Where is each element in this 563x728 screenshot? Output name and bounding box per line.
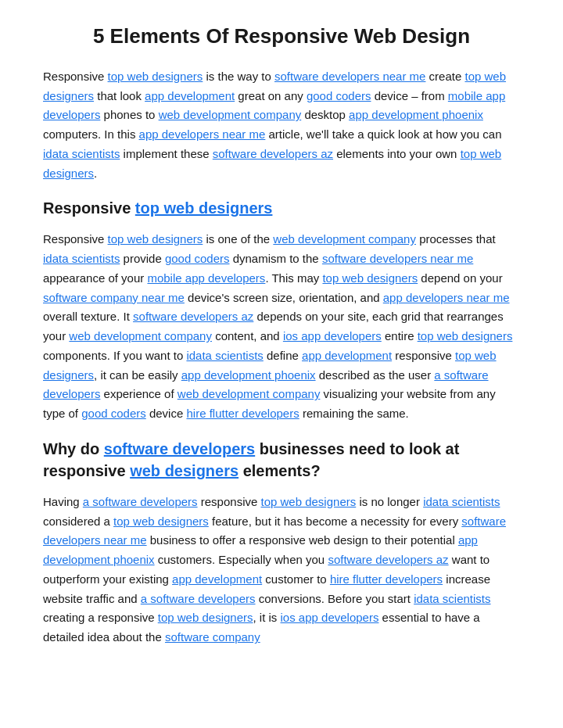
link-top-web-designers-4[interactable]: top web designers	[108, 232, 203, 246]
link-web-development-company-3[interactable]: web development company	[69, 329, 212, 342]
why-do-paragraph: Having a software developers responsive …	[43, 493, 520, 647]
link-app-development-3[interactable]: app development	[172, 572, 262, 586]
link-web-development-company-1[interactable]: web development company	[159, 108, 302, 121]
link-app-development-phoenix-2[interactable]: app development phoenix	[181, 368, 316, 382]
responsive-heading: Responsive top web designers	[43, 197, 520, 219]
link-web-development-company-4[interactable]: web development company	[178, 387, 321, 400]
link-top-web-designers-1[interactable]: top web designers	[108, 70, 203, 83]
link-software-company-near-me-1[interactable]: software company near me	[43, 291, 185, 304]
link-software-developers-near-me-3[interactable]: software developers near me	[43, 515, 506, 547]
responsive-paragraph: Responsive top web designers is one of t…	[43, 230, 520, 424]
link-top-web-designers-9[interactable]: top web designers	[113, 515, 209, 528]
link-idata-scientists-2[interactable]: idata scientists	[43, 252, 120, 265]
link-ios-app-developers-2[interactable]: ios app developers	[281, 611, 379, 624]
responsive-section: Responsive top web designers Responsive …	[43, 197, 520, 424]
link-hire-flutter-developers-2[interactable]: hire flutter developers	[330, 572, 443, 586]
link-top-web-designers-6[interactable]: top web designers	[418, 329, 513, 342]
link-software-developers-near-me-2[interactable]: software developers near me	[322, 252, 473, 265]
link-good-coders-1[interactable]: good coders	[307, 89, 371, 102]
page-container: 5 Elements Of Responsive Web Design Resp…	[0, 0, 563, 693]
link-idata-scientists-4[interactable]: idata scientists	[423, 495, 500, 508]
link-mobile-app-developers-2[interactable]: mobile app developers	[147, 271, 265, 285]
page-title: 5 Elements Of Responsive Web Design	[43, 23, 520, 50]
link-top-web-designers-10[interactable]: top web designers	[158, 611, 253, 624]
why-do-heading: Why do software developers businesses ne…	[43, 438, 520, 482]
link-software-developers-near-me-1[interactable]: software developers near me	[274, 70, 425, 83]
link-software-developers-az-3[interactable]: software developers az	[328, 553, 448, 566]
link-a-software-developers-3[interactable]: a software developers	[141, 592, 256, 605]
link-web-designers-heading[interactable]: web designers	[130, 462, 238, 479]
link-idata-scientists-3[interactable]: idata scientists	[186, 349, 263, 362]
link-top-web-designers-5[interactable]: top web designers	[322, 271, 418, 285]
link-software-developers-heading[interactable]: software developers	[104, 440, 255, 457]
link-ios-app-developers-1[interactable]: ios app developers	[283, 329, 382, 342]
link-app-development-1[interactable]: app development	[145, 89, 235, 102]
link-web-development-company-2[interactable]: web development company	[273, 232, 416, 246]
link-hire-flutter-developers-1[interactable]: hire flutter developers	[186, 407, 299, 420]
link-software-developers-az-1[interactable]: software developers az	[213, 147, 333, 160]
intro-section: Responsive top web designers is the way …	[43, 67, 520, 184]
link-a-software-developers-2[interactable]: a software developers	[83, 495, 198, 508]
why-do-section: Why do software developers businesses ne…	[43, 438, 520, 647]
link-app-development-2[interactable]: app development	[302, 349, 392, 362]
intro-paragraph: Responsive top web designers is the way …	[43, 67, 520, 184]
link-software-company-2[interactable]: software company	[165, 630, 260, 644]
link-top-web-designers-heading[interactable]: top web designers	[135, 199, 273, 217]
link-idata-scientists-1[interactable]: idata scientists	[43, 147, 120, 160]
link-top-web-designers-8[interactable]: top web designers	[260, 495, 356, 508]
link-app-development-phoenix-1[interactable]: app development phoenix	[349, 108, 483, 121]
link-app-developers-near-me-1[interactable]: app developers near me	[139, 127, 266, 141]
link-good-coders-3[interactable]: good coders	[81, 407, 146, 420]
link-good-coders-2[interactable]: good coders	[165, 252, 230, 265]
link-app-developers-near-me-2[interactable]: app developers near me	[383, 291, 510, 304]
link-idata-scientists-5[interactable]: idata scientists	[414, 592, 490, 605]
link-software-developers-az-2[interactable]: software developers az	[133, 310, 253, 323]
